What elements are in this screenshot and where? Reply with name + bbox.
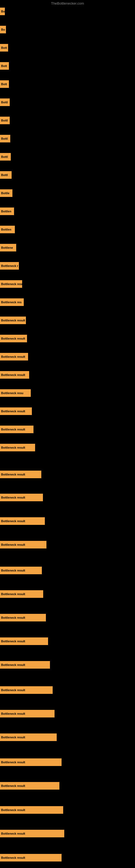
bottleneck-bar: Bottl (0, 153, 11, 161)
bottleneck-bar: Bottleneck result (0, 782, 59, 789)
site-title: TheBottlenecker.com (51, 1, 84, 5)
bottleneck-bar: Bottleneck result (0, 854, 61, 862)
bottleneck-bar-label: Bottleneck resu (1, 392, 24, 395)
bottleneck-bar-label: Bottleneck resu (1, 282, 22, 286)
bottleneck-bar: Bottleneck resu (0, 280, 22, 288)
bottleneck-bar-label: Bottleneck result (1, 832, 25, 835)
bottleneck-bar-label: Bottleneck result (1, 688, 25, 692)
bottleneck-bar-label: Bottleneck result (1, 592, 25, 596)
bottleneck-bar: Bottleneck result (0, 407, 32, 415)
bottleneck-bar: Bottleneck result (0, 567, 42, 574)
bottleneck-bar: Bottl (0, 98, 10, 106)
bottleneck-bar: Bottl (0, 135, 10, 143)
bottleneck-bar-label: Bottleneck result (1, 640, 25, 643)
bottleneck-bar-label: Bott (1, 46, 7, 50)
bottleneck-bar-label: Bottleneck result (1, 520, 25, 523)
bottleneck-bar-label: Bottl (1, 155, 8, 158)
bottleneck-bar: Bottlen (0, 226, 15, 233)
bottleneck-bar: Bott (0, 44, 8, 52)
bottleneck-bar-label: Bottleneck result (1, 446, 25, 449)
bottleneck-bar-label: Bottleneck result (1, 663, 25, 666)
bottleneck-bar: Bottleneck result (0, 426, 34, 433)
bottleneck-bar: Bottleneck result (0, 517, 45, 525)
bottleneck-bar: Bottleneck result (0, 316, 26, 324)
bottleneck-bar: Bo (0, 8, 5, 15)
bottleneck-bar-label: Bo (1, 28, 5, 31)
bottleneck-bar: Bottlene (0, 244, 16, 251)
bottleneck-bar-label: Bott (1, 64, 7, 67)
bottleneck-bar: Bottleneck result (0, 494, 43, 501)
bottleneck-bar: Bottleneck result (0, 686, 53, 694)
bottleneck-bar: Bottleneck r (0, 262, 19, 270)
bottleneck-bar: Bottleneck result (0, 710, 54, 717)
bottleneck-bar: Bottleneck result (0, 541, 46, 549)
bottleneck-bar-label: Bottl (1, 119, 8, 122)
bottleneck-bar: Bottleneck result (0, 638, 48, 645)
bottleneck-bar: Bottleneck result (0, 444, 35, 452)
bottleneck-bar: Bottleneck result (0, 614, 46, 621)
bottleneck-bar: Bottleneck resu (0, 389, 31, 397)
bottleneck-bar-label: Bottl (1, 101, 8, 104)
bottleneck-bar-label: Bottleneck result (1, 569, 25, 572)
bottleneck-bar: Bott (0, 80, 9, 88)
bottleneck-bar-label: Bottleneck result (1, 784, 25, 787)
bottleneck-bar-label: Bottle (1, 191, 9, 195)
bottleneck-bar-label: Bottl (1, 173, 8, 177)
bottleneck-bar-label: Bottleneck result (1, 496, 25, 499)
bottleneck-bar: Bottlen (0, 208, 14, 215)
bottleneck-bar: Bott (0, 62, 9, 70)
bottleneck-bar: Bottleneck res (0, 299, 24, 306)
bottleneck-bar: Bottleneck result (0, 371, 29, 379)
bottleneck-bar-label: Bottleneck result (1, 337, 25, 340)
bottleneck-bar: Bottleneck result (0, 471, 41, 478)
bottleneck-bar-label: Bottleneck result (1, 736, 25, 739)
bottleneck-bar-label: Bottleneck result (1, 428, 25, 431)
bottleneck-bar: Bottle (0, 189, 12, 197)
bottleneck-bar-label: Bottleneck res (1, 301, 21, 304)
bottleneck-bar: Bottleneck result (0, 734, 57, 741)
bottleneck-bar: Bottleneck result (0, 806, 63, 814)
bottleneck-bar-label: Bottleneck result (1, 410, 25, 413)
bottleneck-bar-label: Bottleneck result (1, 319, 25, 322)
bottleneck-bar-label: Bottleneck result (1, 808, 25, 812)
bottleneck-bar-label: Bottleneck result (1, 543, 25, 546)
bottleneck-bar-label: Bottlen (1, 228, 11, 231)
bottleneck-bar-label: Bottleneck result (1, 473, 25, 476)
bottleneck-bar-label: Bo (1, 10, 5, 13)
bottleneck-bar: Bottleneck result (0, 758, 61, 766)
bottleneck-bar-label: Bottleneck result (1, 355, 25, 358)
bottleneck-bar: Bottleneck result (0, 353, 28, 361)
bottleneck-bar: Bottl (0, 117, 10, 124)
bottleneck-bar: Bottleneck result (0, 661, 50, 669)
bottleneck-bar-label: Bottleneck r (1, 264, 18, 268)
bottleneck-bar: Bo (0, 26, 6, 33)
bottleneck-bar: Bottleneck result (0, 590, 43, 598)
bottleneck-bar-label: Bottleneck result (1, 373, 25, 376)
bottleneck-bar-label: Bottleneck result (1, 616, 25, 619)
bottleneck-bar: Bottleneck result (0, 335, 27, 342)
bottleneck-bar-label: Bottlen (1, 210, 11, 213)
bottleneck-bar: Bottleneck result (0, 830, 64, 837)
bottleneck-bar-label: Bottleneck result (1, 712, 25, 715)
bottleneck-bar: Bottl (0, 171, 12, 179)
bottleneck-bar-label: Bottl (1, 137, 8, 140)
bottleneck-bar-label: Bottleneck result (1, 856, 25, 859)
bottleneck-bar-label: Bottleneck result (1, 761, 25, 764)
bottleneck-bar-label: Bott (1, 83, 7, 86)
bottleneck-bar-label: Bottlene (1, 246, 13, 249)
